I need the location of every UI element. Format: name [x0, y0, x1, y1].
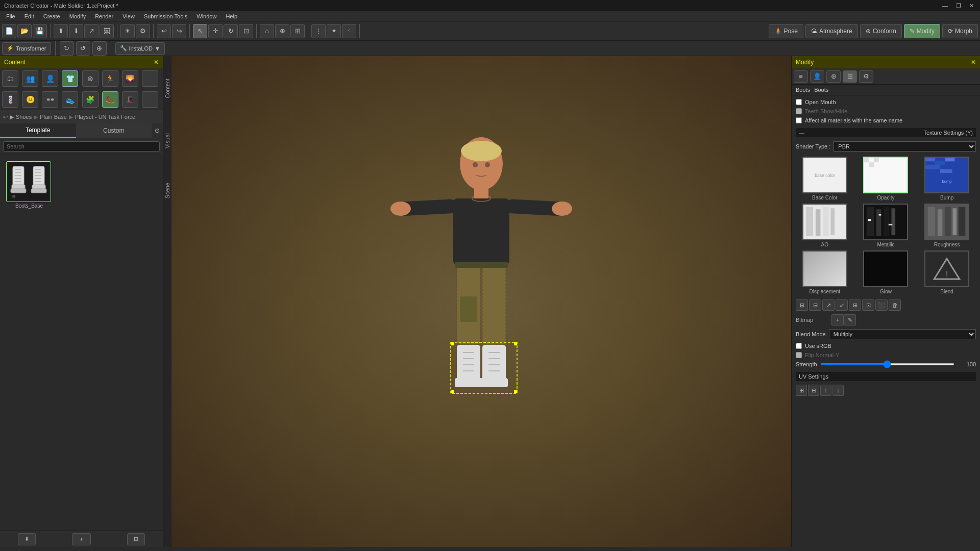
- modify-btn[interactable]: ✎ Modify: [904, 24, 940, 38]
- breadcrumb-playset[interactable]: Playset - UN Task Force: [75, 114, 135, 120]
- uv-btn4[interactable]: ↓: [832, 385, 844, 396]
- breadcrumb-shoes[interactable]: Shoes: [16, 114, 32, 120]
- breadcrumb-home-icon[interactable]: ↩: [3, 114, 8, 120]
- render-btn[interactable]: ☀: [120, 24, 135, 38]
- menu-help[interactable]: Help: [222, 12, 241, 20]
- icon-morph[interactable]: ⊛: [82, 70, 99, 87]
- instalod-btn[interactable]: 🔧 InstaLOD ▼: [115, 42, 165, 55]
- menu-submission[interactable]: Submission Tools: [140, 12, 191, 20]
- add-btn[interactable]: ＋: [72, 533, 91, 545]
- modify-close-icon[interactable]: ✕: [971, 59, 976, 66]
- download-btn[interactable]: ⬇: [18, 533, 36, 545]
- icon-clothing[interactable]: 👕: [62, 70, 78, 87]
- save-btn[interactable]: 💾: [33, 24, 47, 38]
- grid-btn[interactable]: ⋮: [311, 24, 326, 38]
- content-close-icon[interactable]: ✕: [154, 59, 159, 66]
- tex-thumb-bump[interactable]: bump: [924, 157, 969, 193]
- icon-acc[interactable]: 👓: [42, 91, 58, 108]
- modify-tab4-btn[interactable]: ⊞: [843, 70, 857, 83]
- snaptoggle-btn[interactable]: ⌂: [260, 24, 274, 38]
- refresh-btn[interactable]: ⊞: [127, 533, 145, 545]
- modify-tab1-btn[interactable]: ≡: [794, 70, 808, 83]
- icon-shoes[interactable]: 👟: [62, 91, 78, 108]
- uv-btn3[interactable]: ↑: [820, 385, 831, 396]
- vtab-scene[interactable]: Scene: [163, 181, 172, 201]
- snap2-btn[interactable]: ⊕: [275, 24, 289, 38]
- tab-template[interactable]: Template: [0, 123, 76, 138]
- tex-tool3-btn[interactable]: ↗: [822, 299, 835, 311]
- menu-view[interactable]: View: [118, 12, 139, 20]
- t3-btn[interactable]: ⊕: [92, 41, 107, 56]
- tex-thumb-roughness[interactable]: [924, 204, 969, 240]
- modify-tab2-btn[interactable]: 👤: [810, 70, 824, 83]
- tex-tool7-btn[interactable]: ⬛: [875, 299, 888, 311]
- viewport[interactable]: [172, 56, 791, 547]
- menu-edit[interactable]: Edit: [20, 12, 38, 20]
- tex-tool8-btn[interactable]: 🗑: [889, 299, 901, 311]
- item-thumb-boots-base[interactable]: ⊞: [6, 161, 51, 202]
- export2-btn[interactable]: ↗: [84, 24, 99, 38]
- search-input[interactable]: [3, 141, 160, 152]
- icon-body[interactable]: 👤: [42, 70, 58, 87]
- redo-btn[interactable]: ↪: [172, 24, 186, 38]
- select-btn[interactable]: ↖: [193, 24, 207, 38]
- icon-folder[interactable]: 🗂: [2, 70, 18, 87]
- strength-slider[interactable]: [820, 363, 954, 365]
- icon-boots[interactable]: 🥾: [102, 91, 118, 108]
- undo-btn[interactable]: ↩: [157, 24, 171, 38]
- open-btn[interactable]: 📂: [17, 24, 32, 38]
- tex-tool5-btn[interactable]: ⊞: [849, 299, 861, 311]
- tex-thumb-displacement[interactable]: [802, 251, 847, 287]
- vtab-visual[interactable]: Visual: [163, 131, 172, 151]
- rotate-btn[interactable]: ↻: [224, 24, 238, 38]
- minimize-btn[interactable]: —: [940, 3, 950, 9]
- tex-thumb-ao[interactable]: [802, 204, 847, 240]
- close-btn[interactable]: ✕: [967, 3, 976, 9]
- blend-mode-select[interactable]: Multiply: [829, 329, 976, 339]
- import-btn[interactable]: ⬆: [54, 24, 68, 38]
- tex-thumb-glow[interactable]: [863, 251, 908, 287]
- icon-prop[interactable]: 🧩: [82, 91, 99, 108]
- breadcrumb-plainbase[interactable]: Plain Base: [40, 114, 67, 120]
- uv-btn1[interactable]: ⊞: [796, 385, 807, 396]
- use-srgb-checkbox[interactable]: [796, 343, 802, 349]
- flip-normal-checkbox[interactable]: [796, 352, 802, 358]
- teeth-checkbox[interactable]: [796, 108, 802, 114]
- transformer-btn[interactable]: ⚡ Transformer: [2, 42, 51, 55]
- menu-file[interactable]: File: [2, 12, 19, 20]
- new-btn[interactable]: 📄: [2, 24, 16, 38]
- vtab-content[interactable]: Content: [163, 77, 172, 101]
- icon-hat[interactable]: 🎩: [122, 91, 138, 108]
- conform-btn[interactable]: ⊛ Conform: [860, 24, 902, 38]
- export-btn[interactable]: ⬇: [69, 24, 83, 38]
- t2-btn[interactable]: ↺: [76, 41, 90, 56]
- icon-face[interactable]: 😐: [22, 91, 38, 108]
- tex-thumb-metallic[interactable]: [863, 204, 908, 240]
- tex-thumb-blend[interactable]: !: [924, 251, 969, 287]
- list-item[interactable]: ⊞ Boots_Base: [6, 161, 52, 209]
- tex-tool6-btn[interactable]: ⊡: [862, 299, 874, 311]
- menu-modify[interactable]: Modify: [65, 12, 90, 20]
- screenshot-btn[interactable]: 🖼: [100, 24, 114, 38]
- tab-options-icon[interactable]: ⊙: [152, 127, 163, 134]
- icon-scene[interactable]: 🌄: [122, 70, 138, 87]
- icon-hair[interactable]: 💈: [2, 91, 18, 108]
- window-controls[interactable]: — ❐ ✕: [940, 3, 976, 9]
- atmosphere-btn[interactable]: 🌤 Atmosphere: [805, 24, 858, 38]
- light-btn[interactable]: ✦: [327, 24, 341, 38]
- snap3-btn[interactable]: ⊞: [290, 24, 305, 38]
- affect-all-checkbox[interactable]: [796, 117, 802, 123]
- modify-tab5-btn[interactable]: ⚙: [859, 70, 873, 83]
- icon-characters[interactable]: 👥: [22, 70, 38, 87]
- shader-type-select[interactable]: PBR: [834, 141, 976, 152]
- menu-window[interactable]: Window: [192, 12, 220, 20]
- uv-btn2[interactable]: ⊟: [808, 385, 819, 396]
- tex-thumb-opacity[interactable]: [863, 157, 908, 193]
- tex-tool4-btn[interactable]: ↙: [836, 299, 848, 311]
- scale-btn[interactable]: ⊡: [239, 24, 253, 38]
- move-btn[interactable]: ✛: [208, 24, 223, 38]
- menu-render[interactable]: Render: [91, 12, 117, 20]
- morph-btn[interactable]: ⟳ Morph: [942, 24, 978, 38]
- modify-tab3-btn[interactable]: ⊛: [826, 70, 841, 83]
- maximize-btn[interactable]: ❐: [954, 3, 963, 9]
